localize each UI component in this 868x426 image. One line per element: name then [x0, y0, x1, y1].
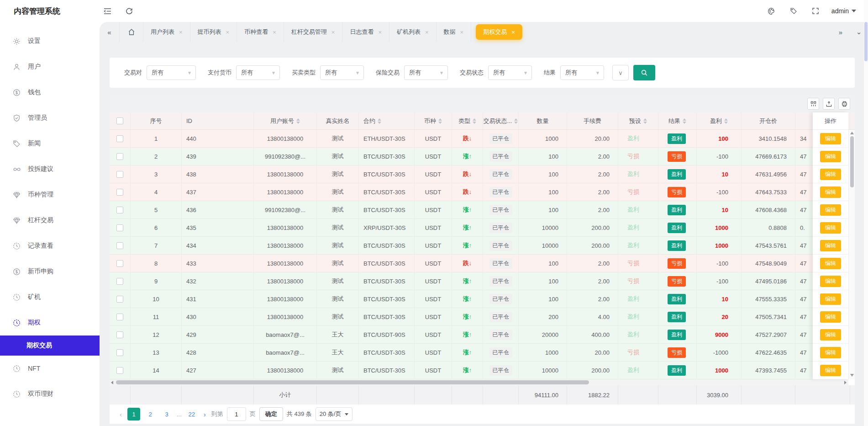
tab-close-icon[interactable]: ×	[511, 29, 515, 36]
column-header[interactable]: 币种	[415, 112, 452, 129]
sidebar-item-6[interactable]: 投拆建议	[0, 156, 100, 182]
sidebar-item-7[interactable]: 币种管理	[0, 182, 100, 208]
tab-7[interactable]: 数据×	[437, 22, 472, 42]
horizontal-scrollbar-thumb[interactable]	[116, 380, 589, 384]
sidebar-item-12[interactable]: 期权	[0, 310, 100, 335]
edit-button[interactable]: 编辑	[820, 133, 841, 144]
edit-button[interactable]: 编辑	[820, 311, 841, 323]
sort-icon[interactable]	[296, 118, 300, 124]
filter-collapse-button[interactable]: ∨	[612, 65, 629, 80]
sort-icon[interactable]	[378, 118, 381, 124]
sort-icon[interactable]	[438, 118, 442, 124]
column-header[interactable]: 结果	[658, 112, 697, 129]
column-settings-button[interactable]	[807, 98, 819, 110]
user-menu[interactable]: admin	[831, 7, 856, 15]
row-checkbox[interactable]	[116, 189, 123, 196]
menu-collapse-button[interactable]	[100, 3, 115, 19]
sidebar-item-5[interactable]: 新闻	[0, 131, 100, 156]
row-checkbox[interactable]	[116, 331, 123, 338]
refresh-button[interactable]	[121, 3, 137, 19]
page-button-3[interactable]: 3	[160, 408, 173, 421]
edit-button[interactable]: 编辑	[820, 151, 841, 162]
page-size-select[interactable]: 20 条/页	[316, 407, 353, 421]
prev-page-button[interactable]: ‹	[118, 410, 124, 418]
row-checkbox[interactable]	[116, 224, 123, 231]
theme-button[interactable]	[764, 3, 779, 19]
filter-select[interactable]: 所有▼	[404, 65, 448, 80]
scroll-up-arrow-icon[interactable]	[850, 132, 854, 134]
sidebar-item-3[interactable]: 钱包	[0, 80, 100, 105]
page-button-22[interactable]: 22	[185, 408, 198, 421]
sidebar-item-11[interactable]: 矿机	[0, 284, 100, 310]
filter-select[interactable]: 所有▼	[560, 65, 604, 80]
sort-icon[interactable]	[643, 118, 647, 124]
print-button[interactable]	[838, 98, 850, 110]
edit-button[interactable]: 编辑	[820, 204, 841, 216]
tab-close-icon[interactable]: ×	[460, 29, 464, 36]
search-button[interactable]	[633, 65, 655, 80]
column-header[interactable]: 预设	[618, 112, 658, 129]
row-checkbox[interactable]	[116, 367, 123, 374]
row-checkbox[interactable]	[116, 296, 123, 303]
tab-close-icon[interactable]: ×	[273, 29, 276, 36]
vertical-scrollbar-thumb[interactable]	[850, 136, 854, 187]
fullscreen-button[interactable]	[808, 3, 823, 19]
scroll-down-arrow-icon[interactable]	[850, 374, 854, 377]
tab-close-icon[interactable]: ×	[378, 29, 382, 36]
filter-select[interactable]: 所有▼	[320, 65, 364, 80]
goto-confirm-button[interactable]: 确定	[259, 407, 283, 421]
row-checkbox[interactable]	[116, 207, 123, 213]
filter-select[interactable]: 所有▼	[147, 65, 196, 80]
tab-close-icon[interactable]: ×	[179, 29, 183, 36]
tab-4[interactable]: 杠杆交易管理×	[284, 22, 343, 42]
column-header[interactable]: 类型	[452, 112, 483, 129]
sort-icon[interactable]	[683, 118, 686, 124]
export-button[interactable]	[823, 98, 835, 110]
column-header[interactable]: 盈利	[697, 112, 742, 129]
sort-icon[interactable]	[514, 118, 518, 124]
tab-2[interactable]: 提币列表×	[190, 22, 237, 42]
tab-5[interactable]: 日志查看×	[342, 22, 389, 42]
tags-button[interactable]	[786, 3, 801, 19]
row-checkbox[interactable]	[116, 171, 123, 178]
sidebar-item-14[interactable]: NFT	[0, 356, 100, 381]
page-button-1[interactable]: 1	[127, 408, 140, 421]
sidebar-item-15[interactable]: 双币理财	[0, 381, 100, 407]
home-tab-button[interactable]	[120, 22, 143, 42]
tab-3[interactable]: 币种查看×	[237, 22, 284, 42]
edit-button[interactable]: 编辑	[820, 329, 841, 341]
edit-button[interactable]: 编辑	[820, 169, 841, 180]
row-checkbox[interactable]	[116, 278, 123, 285]
column-header[interactable]: 用户账号	[254, 112, 317, 129]
sidebar-item-1[interactable]: 设置	[0, 28, 100, 54]
edit-button[interactable]: 编辑	[820, 365, 841, 376]
page-scrollbar-thumb[interactable]	[864, 22, 868, 61]
edit-button[interactable]: 编辑	[820, 276, 841, 287]
next-page-button[interactable]: ›	[202, 410, 208, 418]
filter-select[interactable]: 所有▼	[488, 65, 532, 80]
tab-close-icon[interactable]: ×	[226, 29, 230, 36]
tab-8[interactable]: 期权交易×	[476, 24, 522, 40]
edit-button[interactable]: 编辑	[820, 347, 841, 358]
scroll-left-arrow-icon[interactable]	[111, 381, 113, 384]
scroll-right-arrow-icon[interactable]	[844, 381, 847, 384]
row-checkbox[interactable]	[116, 153, 123, 160]
row-checkbox[interactable]	[116, 260, 123, 267]
sidebar-item-8[interactable]: 杠杆交易	[0, 208, 100, 233]
row-checkbox[interactable]	[116, 314, 123, 320]
goto-page-input[interactable]	[227, 407, 246, 421]
horizontal-scrollbar[interactable]	[110, 379, 848, 385]
tab-6[interactable]: 矿机列表×	[389, 22, 437, 42]
sort-icon[interactable]	[473, 118, 476, 124]
vertical-scrollbar[interactable]	[848, 130, 855, 379]
row-checkbox[interactable]	[116, 242, 123, 249]
select-all-checkbox[interactable]	[116, 117, 123, 124]
edit-button[interactable]: 编辑	[820, 222, 841, 234]
tab-close-icon[interactable]: ×	[331, 29, 335, 36]
edit-button[interactable]: 编辑	[820, 240, 841, 251]
edit-button[interactable]: 编辑	[820, 293, 841, 305]
page-scrollbar[interactable]	[864, 0, 868, 426]
row-checkbox[interactable]	[116, 349, 123, 356]
sidebar-item-2[interactable]: 用户	[0, 54, 100, 80]
sidebar-item-10[interactable]: 新币申购	[0, 259, 100, 284]
